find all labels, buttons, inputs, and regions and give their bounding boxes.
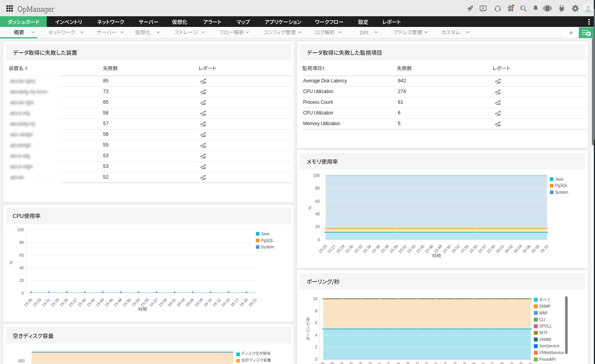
svg-text:6: 6 xyxy=(315,321,317,325)
svg-text:15:29: 15:29 xyxy=(336,244,346,254)
svg-text:40: 40 xyxy=(19,266,24,270)
svg-text:4: 4 xyxy=(315,333,317,337)
svg-text:15:25: 15:25 xyxy=(318,244,328,254)
svg-text:15:41: 15:41 xyxy=(397,244,408,254)
svg-text:10:07: 10:07 xyxy=(438,361,448,364)
svg-text:15:35: 15:35 xyxy=(59,297,69,307)
svg-text:16:17: 16:17 xyxy=(230,297,240,307)
svg-text:09:56: 09:56 xyxy=(343,361,354,364)
svg-text:16:12: 16:12 xyxy=(212,297,222,307)
svg-text:SNMP: SNMP xyxy=(539,304,551,309)
svg-text:15:31: 15:31 xyxy=(41,297,51,307)
svg-text:09:58: 09:58 xyxy=(353,361,363,364)
svg-text:09:49: 09:49 xyxy=(391,361,401,364)
svg-text:15:57: 15:57 xyxy=(149,297,159,307)
svg-text:VIWMI: VIWMI xyxy=(539,337,551,342)
svg-text:15:36: 15:36 xyxy=(371,244,381,254)
svg-text:16:04: 16:04 xyxy=(176,297,186,307)
svg-text:System: System xyxy=(261,245,274,249)
svg-text:15:39: 15:39 xyxy=(389,244,399,254)
svg-text:0: 0 xyxy=(315,357,317,362)
svg-text:PrismAPI: PrismAPI xyxy=(539,357,556,362)
svg-text:SPOLL: SPOLL xyxy=(539,324,552,328)
svg-text:16:21: 16:21 xyxy=(248,297,258,307)
svg-text:15:33: 15:33 xyxy=(50,297,60,307)
svg-text:60: 60 xyxy=(19,253,24,257)
svg-text:System: System xyxy=(555,190,568,194)
svg-text:15:55: 15:55 xyxy=(140,297,150,307)
svg-text:16:04: 16:04 xyxy=(513,244,523,254)
svg-text:XenService: XenService xyxy=(539,344,560,348)
svg-text:15:27: 15:27 xyxy=(326,244,337,254)
svg-text:VIWebService: VIWebService xyxy=(539,351,564,355)
svg-text:16:01: 16:01 xyxy=(495,244,505,254)
svg-text:16:01: 16:01 xyxy=(167,297,177,307)
svg-text:16:08: 16:08 xyxy=(530,244,541,254)
svg-text:09:53: 09:53 xyxy=(325,361,335,364)
svg-text:15:44: 15:44 xyxy=(95,297,105,307)
svg-text:15:48: 15:48 xyxy=(433,244,443,254)
svg-text:2: 2 xyxy=(315,345,317,349)
svg-text:12:31: 12:31 xyxy=(476,361,486,364)
svg-text:300: 300 xyxy=(18,359,25,363)
svg-text:15:29: 15:29 xyxy=(32,297,42,307)
svg-text:14:49: 14:49 xyxy=(504,361,514,364)
svg-text:16:10: 16:10 xyxy=(539,244,549,254)
svg-text:15:55: 15:55 xyxy=(468,244,479,254)
svg-text:15:40: 15:40 xyxy=(77,297,87,307)
svg-text:15:54: 15:54 xyxy=(460,244,470,254)
svg-text:09:59: 09:59 xyxy=(334,361,345,364)
svg-text:14:55: 14:55 xyxy=(513,361,524,364)
svg-text:15:30: 15:30 xyxy=(344,244,355,254)
svg-text:11:19: 11:19 xyxy=(457,361,467,364)
svg-text:15:43: 15:43 xyxy=(406,244,417,254)
svg-text:15:57: 15:57 xyxy=(477,244,487,254)
svg-text:10:01: 10:01 xyxy=(429,361,439,364)
svg-text:60: 60 xyxy=(315,199,320,204)
svg-text:0: 0 xyxy=(317,238,320,242)
svg-text:15:32: 15:32 xyxy=(353,244,363,254)
svg-text:20: 20 xyxy=(315,225,320,229)
svg-text:80: 80 xyxy=(19,240,24,245)
svg-text:13:43: 13:43 xyxy=(494,361,505,364)
svg-text:15:37: 15:37 xyxy=(68,297,78,307)
svg-text:09:50: 09:50 xyxy=(419,361,429,364)
svg-text:16:10: 16:10 xyxy=(203,297,213,307)
svg-text:09:50: 09:50 xyxy=(410,361,420,364)
svg-text:WMI: WMI xyxy=(539,311,547,315)
svg-text:16:06: 16:06 xyxy=(185,297,195,307)
svg-text:15:45: 15:45 xyxy=(415,244,425,254)
svg-text:Java: Java xyxy=(261,232,270,236)
svg-text:%: % xyxy=(9,261,13,264)
svg-text:PgSQL: PgSQL xyxy=(261,238,274,243)
svg-text:16:08: 16:08 xyxy=(194,297,204,307)
svg-text:16:02: 16:02 xyxy=(504,244,514,254)
svg-text:09:37: 09:37 xyxy=(381,361,392,364)
svg-text:PgSQL: PgSQL xyxy=(555,183,568,188)
svg-text:11:13: 11:13 xyxy=(448,361,458,364)
svg-text:16:01: 16:01 xyxy=(523,361,533,364)
svg-text:0: 0 xyxy=(21,291,24,295)
svg-text:15:42: 15:42 xyxy=(86,297,96,307)
svg-text:10: 10 xyxy=(313,297,318,301)
svg-text:09:49: 09:49 xyxy=(400,361,410,364)
svg-text:16:06: 16:06 xyxy=(521,244,532,254)
svg-text:15:38: 15:38 xyxy=(380,244,390,254)
svg-text:100: 100 xyxy=(17,228,24,232)
svg-text:100: 100 xyxy=(313,173,320,178)
svg-text:15:50: 15:50 xyxy=(122,297,132,307)
svg-text:15:53: 15:53 xyxy=(131,297,141,307)
svg-text:16:19: 16:19 xyxy=(238,297,249,307)
svg-text:15:34: 15:34 xyxy=(362,244,372,254)
svg-text:09:53: 09:53 xyxy=(362,361,373,364)
svg-text:15:59: 15:59 xyxy=(158,297,168,307)
svg-text:12:25: 12:25 xyxy=(466,361,477,364)
svg-text:15:46: 15:46 xyxy=(424,244,434,254)
svg-text:09:31: 09:31 xyxy=(372,361,382,364)
svg-text:15:52: 15:52 xyxy=(450,244,461,254)
svg-text:15:26: 15:26 xyxy=(23,297,33,307)
svg-text:%: % xyxy=(308,206,312,210)
svg-text:40: 40 xyxy=(315,212,320,216)
svg-text:15:59: 15:59 xyxy=(486,244,496,254)
svg-text:80: 80 xyxy=(315,186,320,191)
